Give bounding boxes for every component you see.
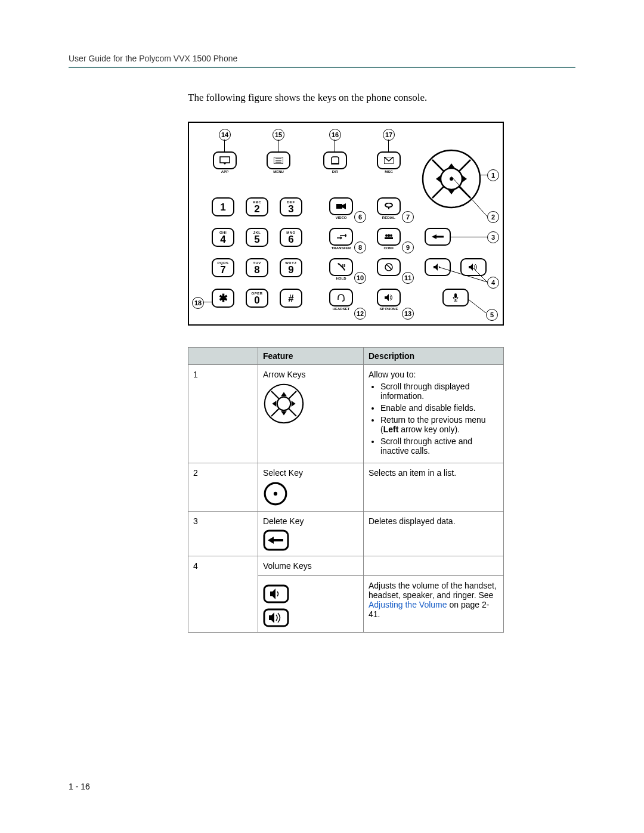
- msg-key: MSG: [377, 151, 401, 169]
- svg-point-9: [385, 203, 392, 208]
- video-label: VIDEO: [336, 216, 347, 219]
- dir-key: DIR: [323, 151, 347, 169]
- row4-feature-icons: [258, 576, 364, 633]
- callout-7: 7: [402, 211, 414, 223]
- row2-desc: Selects an item in a list.: [364, 463, 504, 512]
- callout-14: 14: [219, 129, 231, 141]
- svg-marker-31: [432, 234, 436, 239]
- table-row: 1 Arrow Keys: [188, 365, 504, 463]
- transfer-key: TRANSFER: [329, 228, 353, 246]
- row1-num: 1: [188, 365, 258, 463]
- svg-line-37: [472, 267, 487, 282]
- conf-label: CONF: [384, 246, 394, 250]
- svg-marker-32: [434, 264, 438, 271]
- callout-18: 18: [192, 297, 204, 309]
- headset-label: HEADSET: [333, 307, 350, 311]
- col-desc: Description: [364, 348, 504, 365]
- callout-9: 9: [402, 241, 414, 253]
- list-item: Return to the previous menu (Left arrow …: [380, 415, 499, 434]
- key-4: GHI 4: [212, 228, 234, 247]
- svg-marker-1: [223, 163, 227, 165]
- row2-feature: Select Key: [258, 463, 364, 512]
- list-item: Enable and disable fields.: [380, 403, 499, 413]
- key-8: TUV 8: [246, 258, 268, 277]
- callout-3: 3: [487, 231, 499, 243]
- table-row: 4 Volume Keys: [188, 556, 504, 576]
- svg-marker-8: [342, 203, 346, 209]
- transfer-label: TRANSFER: [332, 246, 351, 250]
- key-0: OPER 0: [246, 289, 268, 308]
- redial-key: REDIAL: [377, 197, 401, 215]
- svg-point-11: [385, 234, 388, 237]
- svg-line-35: [451, 176, 487, 216]
- col-num: [188, 348, 258, 365]
- row4-desc-empty: [364, 556, 504, 576]
- svg-rect-56: [264, 609, 288, 626]
- row4-num: 4: [188, 556, 258, 633]
- phone-console-figure: APP MENU DIR MSG 14 15 16 17 1: [188, 122, 504, 326]
- key-hash: #: [280, 289, 302, 308]
- key-5: JKL 5: [246, 228, 268, 247]
- menu-label: MENU: [273, 170, 284, 174]
- key-2: ABC 2: [246, 197, 268, 216]
- callout-10: 10: [354, 272, 366, 284]
- redial-label: REDIAL: [382, 216, 395, 219]
- conf-key: CONF: [377, 228, 401, 246]
- mic-key: [442, 289, 469, 306]
- svg-rect-14: [385, 237, 393, 239]
- svg-rect-34: [454, 293, 457, 298]
- row3-desc: Deletes displayed data.: [364, 512, 504, 556]
- volume-link[interactable]: Adjusting the Volume: [369, 600, 447, 609]
- svg-point-13: [388, 234, 390, 237]
- svg-point-12: [390, 234, 392, 237]
- list-item: Scroll through active and inactive calls…: [380, 436, 499, 456]
- svg-rect-54: [264, 586, 288, 602]
- video-key: VIDEO: [329, 197, 353, 215]
- svg-point-50: [274, 492, 277, 496]
- key-7: PQRS 7: [212, 258, 234, 277]
- key-9: WXYZ 9: [280, 258, 302, 277]
- row1-feature: Arrow Keys: [258, 365, 364, 463]
- msg-label: MSG: [385, 170, 393, 174]
- key-3: DEF 3: [280, 197, 302, 216]
- key-star: ✱: [212, 289, 234, 308]
- svg-point-40: [277, 397, 290, 410]
- svg-line-38: [467, 299, 486, 313]
- callout-17: 17: [383, 129, 395, 141]
- svg-marker-18: [385, 294, 389, 301]
- callout-13: 13: [402, 308, 414, 320]
- row4-desc: Adjusts the volume of the handset, heads…: [364, 576, 504, 633]
- page-header: User Guide for the Polycom VVX 1500 Phon…: [69, 54, 575, 68]
- menu-key: MENU: [267, 151, 290, 169]
- table-row: 2 Select Key Selects an item in a list.: [188, 463, 504, 512]
- dir-label: DIR: [332, 170, 338, 174]
- callout-11: 11: [402, 272, 414, 284]
- hold-key: HOLD: [329, 258, 353, 276]
- feature-table: Feature Description 1 Arrow Keys: [188, 347, 504, 633]
- row3-num: 3: [188, 512, 258, 556]
- callout-12: 12: [354, 308, 366, 320]
- hold-label: HOLD: [336, 277, 346, 280]
- key-6: MNO 6: [280, 228, 302, 247]
- app-key: APP: [213, 151, 237, 169]
- svg-rect-0: [220, 157, 230, 163]
- col-feature: Feature: [258, 348, 364, 365]
- table-row: 3 Delete Key Deletes displayed data.: [188, 512, 504, 556]
- spphone-key: SP PHONE: [377, 289, 401, 306]
- app-label: APP: [221, 170, 228, 174]
- row1-desc: Allow you to: Scroll through displayed i…: [364, 365, 504, 463]
- callout-16: 16: [329, 129, 341, 141]
- delete-key-fig: [425, 228, 451, 246]
- callout-8: 8: [354, 241, 366, 253]
- svg-rect-7: [336, 204, 342, 209]
- intro-text: The following figure shows the keys on t…: [188, 92, 575, 104]
- key-1: 1: [212, 197, 234, 216]
- headset-key: HEADSET: [329, 289, 353, 306]
- list-item: Scroll through displayed information.: [380, 382, 499, 401]
- page-number: 1 - 16: [69, 782, 90, 791]
- row4-feature-label: Volume Keys: [258, 556, 364, 576]
- spphone-label: SP PHONE: [380, 307, 398, 311]
- row3-feature: Delete Key: [258, 512, 364, 556]
- row2-num: 2: [188, 463, 258, 512]
- callout-15: 15: [273, 129, 284, 141]
